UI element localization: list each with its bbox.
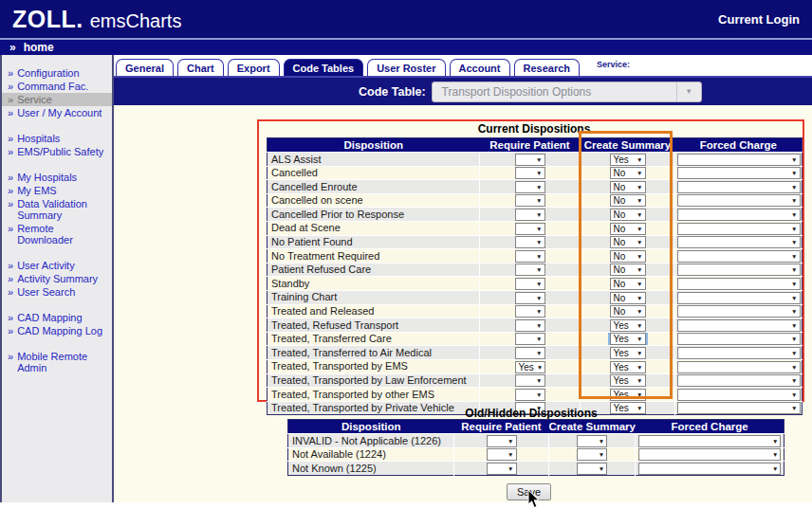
sidebar-item-my-ems[interactable]: »My EMS: [2, 184, 112, 197]
forced-charge-select[interactable]: ▼: [638, 448, 781, 461]
home-link[interactable]: home: [24, 41, 54, 54]
forced-charge-select[interactable]: ▼: [677, 305, 801, 318]
create-summary-select[interactable]: No▼: [610, 264, 646, 276]
create-summary-select[interactable]: No▼: [610, 250, 646, 263]
tab-general[interactable]: General: [116, 59, 174, 76]
forced-charge-select[interactable]: ▼: [638, 435, 781, 447]
create-summary-select[interactable]: Yes▼: [610, 333, 646, 345]
sidebar-item-my-hospitals[interactable]: »My Hospitals: [2, 171, 112, 184]
require-patient-select[interactable]: ▼: [515, 209, 545, 221]
create-summary-select[interactable]: Yes▼: [610, 374, 646, 387]
sidebar-item-cad-mapping-log[interactable]: »CAD Mapping Log: [2, 324, 112, 337]
code-table-select[interactable]: Transport Disposition Options ▼: [432, 82, 702, 102]
create-summary-select[interactable]: No▼: [610, 292, 646, 304]
forced-charge-select[interactable]: ▼: [677, 167, 801, 179]
create-summary-select[interactable]: No▼: [610, 278, 646, 290]
sidebar-item-activity-summary[interactable]: »Activity Summary: [2, 272, 112, 285]
require-patient-select[interactable]: ▼: [515, 250, 545, 263]
require-patient-select[interactable]: ▼: [515, 278, 545, 290]
require-patient-select-cell: ▼: [454, 447, 549, 462]
require-patient-select[interactable]: ▼: [515, 223, 545, 235]
forced-charge-select[interactable]: ▼: [677, 194, 801, 207]
create-summary-select[interactable]: No▼: [610, 223, 646, 235]
create-summary-select[interactable]: No▼: [610, 209, 646, 221]
sidebar-item-cad-mapping[interactable]: »CAD Mapping: [2, 311, 112, 324]
sidebar-item-data-validation-summary[interactable]: »Data Validation Summary: [2, 197, 112, 222]
require-patient-select[interactable]: ▼: [487, 435, 517, 447]
forced-charge-select[interactable]: ▼: [677, 333, 801, 345]
create-summary-select[interactable]: ▼: [577, 448, 607, 461]
home-bar[interactable]: » home: [0, 38, 812, 55]
forced-charge-select[interactable]: ▼: [677, 236, 801, 248]
require-patient-select[interactable]: ▼: [515, 292, 545, 304]
sidebar-item-ems-public-safety[interactable]: »EMS/Public Safety: [2, 145, 112, 158]
sidebar-item-service[interactable]: »Service: [2, 93, 112, 106]
require-patient-select[interactable]: ▼: [515, 154, 545, 166]
disposition-cell: Dead at Scene: [268, 221, 480, 235]
require-patient-select[interactable]: ▼: [515, 319, 545, 332]
forced-charge-select-cell: ▼: [675, 318, 803, 333]
require-patient-select[interactable]: ▼: [515, 181, 545, 193]
forced-charge-select[interactable]: ▼: [677, 264, 801, 276]
tab-chart[interactable]: Chart: [177, 59, 224, 76]
forced-charge-select[interactable]: ▼: [677, 347, 801, 359]
create-summary-select[interactable]: ▼: [577, 463, 607, 475]
create-summary-select[interactable]: No▼: [610, 181, 646, 193]
table-row: No Patient Found▼No▼▼: [268, 235, 803, 249]
tab-code-tables[interactable]: Code Tables: [284, 59, 364, 76]
require-patient-select[interactable]: ▼: [515, 347, 545, 359]
sidebar-item-mobile-remote-admin[interactable]: »Mobile Remote Admin: [2, 350, 112, 374]
tab-export[interactable]: Export: [228, 59, 280, 76]
create-summary-select[interactable]: Yes▼: [610, 319, 646, 332]
create-summary-select[interactable]: No▼: [610, 305, 646, 318]
require-patient-select[interactable]: ▼: [515, 194, 545, 207]
create-summary-select[interactable]: Yes▼: [610, 389, 646, 401]
sidebar-item-user-search[interactable]: »User Search: [2, 285, 112, 299]
create-summary-select[interactable]: Yes▼: [610, 347, 646, 359]
create-summary-select-cell: Yes▼: [581, 373, 675, 388]
tab-user-roster[interactable]: User Roster: [367, 59, 445, 76]
dropdown-arrow-icon: ▼: [533, 348, 544, 358]
forced-charge-select[interactable]: ▼: [677, 361, 801, 373]
require-patient-select[interactable]: ▼: [515, 333, 545, 345]
forced-charge-select[interactable]: ▼: [677, 278, 801, 290]
require-patient-select[interactable]: ▼: [515, 167, 545, 179]
sidebar-item-hospitals[interactable]: »Hospitals: [2, 132, 112, 145]
chevron-bullet-icon: »: [8, 273, 13, 284]
create-summary-select[interactable]: No▼: [610, 194, 646, 207]
forced-charge-select[interactable]: ▼: [677, 374, 801, 387]
table-row: ALS Assist▼Yes▼▼: [268, 153, 803, 167]
create-summary-select[interactable]: Yes▼: [610, 361, 646, 373]
current-login-link[interactable]: Current Login: [718, 12, 800, 27]
forced-charge-select[interactable]: ▼: [677, 250, 801, 263]
forced-charge-select[interactable]: ▼: [677, 319, 801, 332]
sidebar-item-user-activity[interactable]: »User Activity: [2, 259, 112, 272]
forced-charge-select[interactable]: ▼: [677, 154, 801, 166]
forced-charge-select[interactable]: ▼: [677, 223, 801, 235]
require-patient-select[interactable]: ▼: [515, 305, 545, 318]
require-patient-select[interactable]: ▼: [487, 448, 517, 461]
require-patient-select[interactable]: Yes▼: [515, 361, 545, 373]
sidebar-item-user-my-account[interactable]: »User / My Account: [2, 106, 112, 119]
require-patient-select[interactable]: ▼: [487, 463, 517, 475]
create-summary-select[interactable]: Yes▼: [610, 154, 646, 166]
forced-charge-select[interactable]: ▼: [677, 389, 801, 401]
sidebar-item-command-fac[interactable]: »Command Fac.: [2, 80, 112, 93]
sidebar-item-configuration[interactable]: »Configuration: [2, 66, 112, 80]
create-summary-select[interactable]: No▼: [610, 236, 646, 248]
require-patient-select[interactable]: ▼: [515, 389, 545, 401]
require-patient-select[interactable]: ▼: [515, 236, 545, 248]
forced-charge-select[interactable]: ▼: [677, 181, 801, 193]
require-patient-select[interactable]: ▼: [515, 374, 545, 387]
require-patient-select[interactable]: ▼: [515, 264, 545, 276]
sidebar-item-remote-downloader[interactable]: »Remote Downloader: [2, 222, 112, 246]
forced-charge-select[interactable]: ▼: [638, 463, 781, 475]
create-summary-select[interactable]: No▼: [610, 167, 646, 179]
dropdown-arrow-icon: ▼: [634, 320, 644, 331]
forced-charge-select[interactable]: ▼: [677, 209, 801, 221]
forced-charge-select[interactable]: ▼: [677, 292, 801, 304]
tab-research[interactable]: Research: [514, 59, 581, 76]
create-summary-select[interactable]: ▼: [577, 435, 607, 447]
dropdown-arrow-icon: ▼: [634, 155, 644, 165]
tab-account[interactable]: Account: [450, 59, 510, 76]
